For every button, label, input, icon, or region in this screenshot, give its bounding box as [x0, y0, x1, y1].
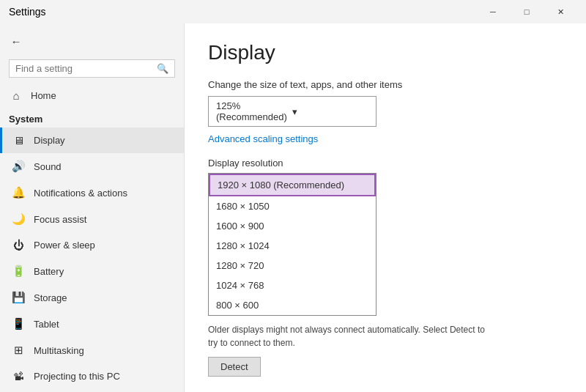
resolution-item-2[interactable]: 1600 × 900	[209, 216, 376, 236]
titlebar-left: Settings	[9, 6, 46, 18]
titlebar-controls: ─ □ ✕	[476, 0, 577, 23]
back-icon: ←	[9, 35, 23, 48]
sidebar-item-label: Tablet	[34, 319, 59, 330]
sidebar-item-sound[interactable]: 🔊 Sound	[0, 153, 184, 180]
sidebar-item-focus[interactable]: 🌙 Focus assist	[0, 206, 184, 232]
sidebar-section-label: System	[0, 108, 184, 127]
sidebar-item-label: Notifications & actions	[34, 188, 127, 199]
sidebar-item-label: Storage	[34, 292, 67, 303]
sidebar-item-label: Multitasking	[34, 345, 84, 356]
scale-section-label: Change the size of text, apps, and other…	[208, 79, 563, 90]
sidebar-item-label: Battery	[34, 266, 64, 277]
page-title: Display	[208, 41, 563, 64]
scale-dropdown[interactable]: 125% (Recommended) ▾	[208, 96, 377, 127]
home-nav-button[interactable]: ⌂ Home	[0, 84, 184, 108]
sidebar-item-projecting[interactable]: 📽 Projecting to this PC	[0, 363, 184, 389]
sidebar-item-notifications[interactable]: 🔔 Notifications & actions	[0, 180, 184, 206]
resolution-label: Display resolution	[208, 158, 563, 169]
projecting-icon: 📽	[12, 370, 25, 382]
sidebar-item-label: Power & sleep	[34, 240, 95, 251]
resolution-item-4[interactable]: 1280 × 720	[209, 256, 376, 275]
resolution-item-5[interactable]: 1024 × 768	[209, 275, 376, 295]
detect-info: Older displays might not always connect …	[208, 323, 486, 350]
storage-icon: 💾	[12, 291, 25, 304]
scale-value: 125% (Recommended)	[216, 100, 292, 122]
sidebar-item-label: Projecting to this PC	[34, 371, 120, 382]
power-icon: ⏻	[12, 239, 25, 251]
chevron-down-icon: ▾	[292, 106, 368, 117]
advanced-scaling-link[interactable]: Advanced scaling settings	[208, 133, 318, 144]
main-content: Display Change the size of text, apps, a…	[185, 23, 586, 392]
search-input[interactable]	[15, 63, 152, 74]
resolution-item-1[interactable]: 1680 × 1050	[209, 196, 376, 216]
notifications-icon: 🔔	[12, 186, 25, 199]
close-button[interactable]: ✕	[544, 0, 577, 23]
display-icon: 🖥	[12, 134, 25, 147]
home-label: Home	[31, 90, 56, 101]
sidebar-item-label: Focus assist	[34, 214, 86, 225]
sidebar-item-tablet[interactable]: 📱 Tablet	[0, 311, 184, 337]
sidebar-item-label: Sound	[34, 161, 62, 172]
sidebar-item-multitasking[interactable]: ⊞ Multitasking	[0, 337, 184, 363]
home-icon: ⌂	[9, 89, 23, 102]
sidebar-item-power[interactable]: ⏻ Power & sleep	[0, 232, 184, 258]
titlebar-title: Settings	[9, 6, 46, 18]
app-body: ← 🔍 ⌂ Home System 🖥 Display 🔊 Sound 🔔 No…	[0, 23, 586, 392]
sidebar-item-label: Display	[34, 135, 65, 146]
search-box[interactable]: 🔍	[9, 59, 175, 78]
sidebar-item-battery[interactable]: 🔋 Battery	[0, 258, 184, 284]
resolution-dropdown[interactable]: 1920 × 1080 (Recommended) 1680 × 1050 16…	[208, 173, 377, 316]
resolution-item-0[interactable]: 1920 × 1080 (Recommended)	[209, 174, 376, 196]
resolution-item-6[interactable]: 800 × 600	[209, 295, 376, 315]
resolution-item-3[interactable]: 1280 × 1024	[209, 236, 376, 256]
detect-button[interactable]: Detect	[208, 357, 261, 377]
sidebar-item-display[interactable]: 🖥 Display	[0, 127, 184, 153]
minimize-button[interactable]: ─	[476, 0, 510, 23]
search-icon: 🔍	[157, 63, 168, 74]
back-nav-button[interactable]: ←	[0, 29, 184, 53]
titlebar: Settings ─ □ ✕	[0, 0, 586, 23]
tablet-icon: 📱	[12, 317, 25, 330]
sound-icon: 🔊	[12, 160, 25, 173]
battery-icon: 🔋	[12, 265, 25, 278]
sidebar: ← 🔍 ⌂ Home System 🖥 Display 🔊 Sound 🔔 No…	[0, 23, 185, 392]
maximize-button[interactable]: □	[510, 0, 544, 23]
multitasking-icon: ⊞	[12, 344, 25, 357]
focus-icon: 🌙	[12, 212, 25, 226]
sidebar-item-storage[interactable]: 💾 Storage	[0, 284, 184, 311]
